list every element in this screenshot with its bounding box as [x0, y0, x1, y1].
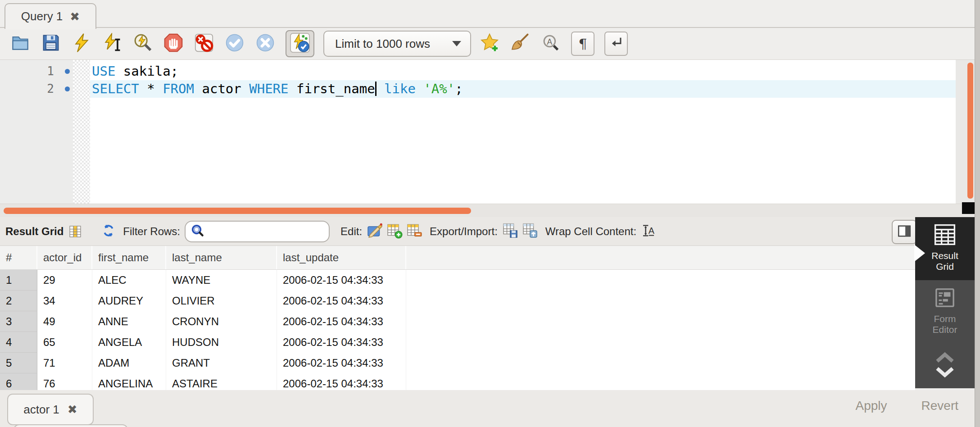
cell-first-name[interactable]: ALEC — [92, 270, 166, 291]
chevron-down-icon[interactable] — [934, 366, 956, 380]
show-invisibles-button[interactable]: ¶ — [571, 32, 594, 56]
cell-last-update[interactable]: 2006-02-15 04:34:33 — [277, 270, 406, 291]
cell-actor-id[interactable]: 29 — [37, 270, 92, 291]
wrap-return-icon — [608, 35, 624, 52]
find-button[interactable]: A — [540, 33, 561, 54]
tab-actor-1-label: actor 1 — [23, 403, 59, 417]
cell-first-name[interactable]: ADAM — [92, 353, 166, 373]
toggle-sidebar-button[interactable] — [892, 220, 917, 244]
result-tab-bar: actor 1 ✖ Apply Revert — [0, 390, 975, 427]
cell-last-update[interactable]: 2006-02-15 04:34:33 — [277, 311, 406, 332]
chevron-down-icon — [452, 41, 461, 46]
execute-query-button[interactable] — [71, 33, 92, 54]
column-header-last-update[interactable]: last_update — [277, 246, 406, 269]
import-recordset-button[interactable] — [522, 223, 538, 241]
statement-marker-dot — [65, 86, 70, 91]
tab-actor-1[interactable]: actor 1 ✖ — [7, 394, 94, 425]
code-line-2: SELECT * FROM actor WHERE first_name lik… — [92, 80, 463, 98]
column-header-last-name[interactable]: last_name — [166, 246, 277, 269]
editor-horizontal-scrollbar[interactable] — [0, 204, 980, 218]
result-grid-title: Result Grid — [5, 225, 64, 238]
table-row[interactable]: 6 76 ANGELINA ASTAIRE 2006-02-15 04:34:3… — [0, 373, 915, 390]
tab-close-icon[interactable]: ✖ — [70, 11, 80, 23]
revert-button[interactable]: Revert — [919, 398, 961, 413]
star-plus-icon — [480, 33, 499, 55]
beautify-sql-button[interactable] — [510, 33, 531, 54]
editor-horizontal-scrollbar-thumb[interactable] — [4, 208, 471, 214]
table-row[interactable]: 4 65 ANGELA HUDSON 2006-02-15 04:34:33 — [0, 332, 915, 353]
partial-next-tab — [14, 424, 128, 427]
cell-last-name[interactable]: CRONYN — [166, 311, 277, 332]
filter-rows-searchbox[interactable] — [185, 221, 330, 242]
cell-actor-id[interactable]: 34 — [37, 291, 92, 311]
cell-last-name[interactable]: ASTAIRE — [166, 373, 277, 390]
cell-actor-id[interactable]: 49 — [37, 311, 92, 332]
cell-actor-id[interactable]: 76 — [37, 373, 92, 390]
execute-statement-button[interactable] — [102, 33, 122, 54]
editor-vertical-scrollbar[interactable] — [956, 60, 975, 204]
cell-filler — [406, 291, 915, 311]
commit-button[interactable] — [224, 33, 245, 54]
wrap-text-button[interactable] — [604, 32, 628, 56]
cell-actor-id[interactable]: 71 — [37, 353, 92, 373]
cell-first-name[interactable]: ANGELA — [92, 332, 166, 353]
cell-first-name[interactable]: ANNE — [92, 311, 166, 332]
apply-button[interactable]: Apply — [853, 398, 889, 413]
table-row[interactable]: 5 71 ADAM GRANT 2006-02-15 04:34:33 — [0, 353, 915, 373]
grid-icon — [68, 224, 82, 239]
refresh-icon — [101, 223, 116, 240]
svg-text:A: A — [649, 226, 655, 236]
save-icon — [41, 33, 61, 55]
column-header-actor-id[interactable]: actor_id — [37, 246, 92, 269]
insert-row-button[interactable] — [386, 223, 403, 241]
edit-record-button[interactable] — [367, 223, 383, 241]
open-file-button[interactable] — [10, 33, 31, 54]
cell-last-update[interactable]: 2006-02-15 04:34:33 — [277, 291, 406, 311]
lightning-cursor-icon — [102, 33, 122, 55]
save-script-button[interactable] — [41, 33, 61, 54]
tab-query-1[interactable]: Query 1 ✖ — [5, 3, 96, 29]
table-row[interactable]: 2 34 AUDREY OLIVIER 2006-02-15 04:34:33 — [0, 291, 915, 311]
wrap-cell-content-button[interactable]: A — [641, 223, 656, 240]
cell-first-name[interactable]: ANGELINA — [92, 373, 166, 390]
sql-editor[interactable]: 1 2 USE sakila; SELECT * FROM actor WHER… — [0, 59, 975, 204]
sidebar-item-form-editor[interactable]: FormEditor — [915, 280, 975, 347]
table-row[interactable]: 3 49 ANNE CRONYN 2006-02-15 04:34:33 — [0, 311, 915, 332]
cell-last-update[interactable]: 2006-02-15 04:34:33 — [277, 332, 406, 353]
filter-rows-label: Filter Rows: — [123, 225, 180, 238]
export-recordset-button[interactable] — [502, 223, 518, 241]
table-row[interactable]: 1 29 ALEC WAYNE 2006-02-15 04:34:33 — [0, 270, 915, 291]
toggle-stop-on-error-button[interactable] — [194, 33, 214, 54]
sidebar-label-form-editor: FormEditor — [933, 313, 957, 335]
chevron-up-icon[interactable] — [934, 351, 956, 366]
form-editor-icon — [933, 286, 957, 312]
cell-filler — [406, 373, 915, 390]
rollback-button[interactable] — [255, 33, 276, 54]
row-number-cell: 6 — [0, 373, 37, 390]
tab-close-icon[interactable]: ✖ — [68, 404, 77, 415]
limit-rows-dropdown[interactable]: Limit to 1000 rows — [323, 31, 471, 57]
column-header-rownum[interactable]: # — [0, 246, 37, 269]
sidebar-scroll-chevrons — [915, 351, 975, 380]
cell-first-name[interactable]: AUDREY — [92, 291, 166, 311]
table-export-icon — [502, 223, 518, 241]
column-header-first-name[interactable]: first_name — [92, 246, 166, 269]
cell-actor-id[interactable]: 65 — [37, 332, 92, 353]
cell-last-name[interactable]: WAYNE — [166, 270, 277, 291]
search-input[interactable] — [204, 222, 346, 241]
cell-last-update[interactable]: 2006-02-15 04:34:33 — [277, 353, 406, 373]
cell-filler — [406, 353, 915, 373]
stop-query-button[interactable] — [163, 33, 184, 54]
cell-last-name[interactable]: OLIVIER — [166, 291, 277, 311]
toggle-limit-rows-button[interactable] — [286, 30, 314, 57]
cell-last-name[interactable]: HUDSON — [166, 332, 277, 353]
cell-last-name[interactable]: GRANT — [166, 353, 277, 373]
save-snippet-button[interactable] — [479, 33, 500, 54]
refresh-button[interactable] — [101, 223, 116, 240]
editor-vertical-scrollbar-thumb[interactable] — [967, 63, 973, 199]
delete-row-button[interactable] — [406, 223, 422, 241]
cell-filler — [406, 311, 915, 332]
cell-last-update[interactable]: 2006-02-15 04:34:33 — [277, 373, 406, 390]
row-number-cell: 3 — [0, 311, 37, 332]
explain-plan-button[interactable] — [132, 33, 153, 54]
